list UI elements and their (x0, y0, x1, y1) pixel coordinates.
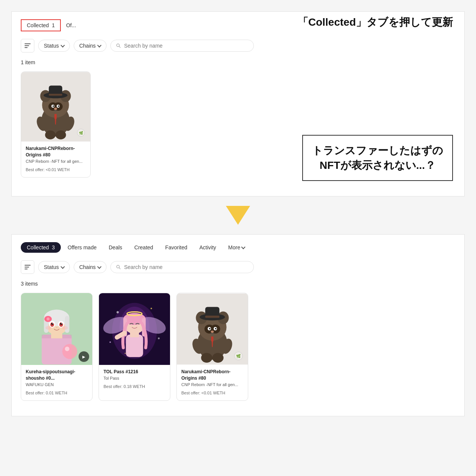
tab-other-top[interactable]: Of... (61, 20, 81, 31)
nft-card-info-1-bottom: Kureha-sippoutsunagi-shousho #0... WAFUK… (21, 365, 92, 400)
nft-card-1-top[interactable]: 🌿 Narukami-CNPReborn-Origins #80 CNP Reb… (21, 71, 91, 178)
tab-deals-bottom[interactable]: Deals (104, 242, 128, 253)
tab-favorited-bottom[interactable]: Favorited (160, 242, 192, 253)
chevron-down-icon-status-bottom (60, 264, 65, 269)
items-count-bottom: 3 items (21, 281, 455, 287)
svg-point-62 (117, 311, 119, 314)
top-section: Collected 1 Of... Status Chains (11, 11, 465, 196)
nft-card-3-bottom[interactable]: 🌿 Narukami-CNPReborn-Origins #80 CNP Reb… (176, 293, 248, 401)
svg-rect-54 (126, 335, 143, 357)
svg-point-9 (53, 105, 54, 107)
svg-point-47 (62, 344, 77, 359)
tab-more-label: More (228, 244, 240, 250)
search-icon (116, 43, 121, 48)
svg-point-76 (211, 331, 214, 333)
svg-line-26 (119, 268, 121, 269)
chains-label-bottom: Chains (79, 264, 96, 270)
sort-line-b3 (25, 269, 28, 269)
filter-icon-button[interactable] (21, 39, 34, 53)
nft-card-subtitle-1-bottom: WAFUKU GEN (26, 382, 88, 387)
bottom-section: Collected 3 Offers made Deals Created Fa… (11, 234, 465, 416)
tol-nft-svg (99, 293, 170, 365)
svg-point-64 (110, 342, 111, 343)
svg-point-44 (61, 323, 62, 324)
callout-top-right: 「Collected」タブを押して更新 (298, 15, 453, 29)
nft-card-image-1-top: 🌿 (21, 72, 90, 142)
sort-line-3 (25, 47, 28, 48)
tab-activity-label: Activity (199, 244, 216, 250)
items-count-label-bottom: 3 items (21, 281, 38, 287)
tanuki-nft-svg-bottom: 🌿 (177, 293, 248, 365)
svg-point-63 (151, 308, 152, 309)
sort-line-b1 (25, 265, 31, 266)
svg-point-21 (45, 130, 56, 139)
filter-icon-button-bottom[interactable] (21, 260, 34, 274)
sort-line-b2 (25, 267, 29, 267)
svg-point-43 (53, 323, 54, 324)
search-input-bottom[interactable] (124, 264, 248, 270)
nft-card-subtitle-2-bottom: Tol Pass (104, 376, 165, 380)
nft-card-1-bottom[interactable]: ▶ Kureha-sippoutsunagi-shousho #0... WAF… (21, 293, 93, 401)
svg-point-66 (125, 353, 126, 354)
callout-bottom-right: トランスファーしたはずのNFTが表示されない...？ (302, 135, 453, 181)
tab-offers-label: Offers made (68, 244, 97, 250)
search-input-top[interactable] (124, 43, 248, 49)
chains-dropdown[interactable]: Chains (74, 40, 107, 52)
status-label: Status (44, 43, 59, 49)
items-count-label-top: 1 item (21, 59, 35, 65)
search-box-top[interactable] (110, 40, 254, 52)
sort-line-1 (25, 43, 31, 44)
svg-point-22 (56, 130, 66, 139)
chevron-down-icon (60, 43, 65, 47)
tab-collected-bottom[interactable]: Collected 3 (21, 242, 61, 253)
play-button-1[interactable]: ▶ (79, 351, 89, 362)
nft-card-image-2-bottom (99, 293, 170, 365)
tab-collected-top[interactable]: Collected 1 (21, 19, 61, 31)
arrow-container (0, 196, 476, 234)
sort-icon (25, 43, 31, 48)
tab-offers-bottom[interactable]: Offers made (62, 242, 102, 253)
svg-line-1 (119, 46, 121, 48)
svg-point-75 (215, 328, 216, 329)
chevron-down-icon-more (241, 245, 245, 249)
nft-card-2-bottom[interactable]: TOL Pass #1216 Tol Pass Best offer: 0.18… (99, 293, 170, 401)
svg-marker-83 (211, 337, 213, 342)
chevron-down-icon (97, 43, 102, 47)
tab-more-bottom[interactable]: More (223, 242, 250, 253)
tab-collected-label: Collected (27, 22, 49, 28)
tab-created-bottom[interactable]: Created (129, 242, 159, 253)
svg-text:🌿: 🌿 (79, 131, 83, 135)
status-dropdown-bottom[interactable]: Status (38, 261, 70, 273)
filter-row-bottom: Status Chains (21, 260, 455, 274)
svg-point-46 (62, 326, 68, 330)
chains-dropdown-bottom[interactable]: Chains (74, 261, 107, 273)
svg-point-74 (209, 328, 210, 329)
nft-card-info-3-bottom: Narukami-CNPReborn-Origins #80 CNP Rebor… (177, 365, 248, 400)
svg-rect-34 (65, 316, 70, 333)
status-dropdown[interactable]: Status (38, 40, 70, 52)
tab-created-label: Created (134, 244, 153, 250)
callout-top-text: 「Collected」タブを押して更新 (298, 15, 453, 29)
search-icon-bottom (116, 264, 121, 270)
nft-card-title-1-top: Narukami-CNPReborn-Origins #80 (26, 145, 86, 158)
nft-card-title-3-bottom: Narukami-CNPReborn-Origins #80 (181, 369, 243, 382)
sort-line-2 (25, 45, 29, 46)
tab-activity-bottom[interactable]: Activity (194, 242, 221, 253)
svg-point-10 (58, 105, 59, 107)
svg-point-11 (54, 108, 57, 110)
tab-collected-count-bottom: 3 (52, 244, 55, 250)
svg-marker-18 (54, 114, 57, 120)
svg-point-87 (212, 353, 224, 363)
nft-card-offer-1-top: Best offer: <0.01 WETH (26, 167, 86, 172)
svg-point-36 (46, 317, 49, 320)
nft-card-image-1-bottom: ▶ (21, 293, 92, 365)
nft-card-title-2-bottom: TOL Pass #1216 (104, 369, 165, 375)
svg-point-45 (45, 326, 51, 330)
tab-row-bottom: Collected 3 Offers made Deals Created Fa… (21, 242, 455, 253)
search-box-bottom[interactable] (110, 261, 254, 273)
nft-card-title-1-bottom: Kureha-sippoutsunagi-shousho #0... (26, 369, 88, 382)
nft-card-offer-1-bottom: Best offer: 0.01 WETH (26, 391, 88, 395)
chains-label: Chains (79, 43, 96, 49)
tab-collected-count: 1 (52, 22, 55, 28)
chevron-down-icon-chains-bottom (97, 264, 102, 269)
